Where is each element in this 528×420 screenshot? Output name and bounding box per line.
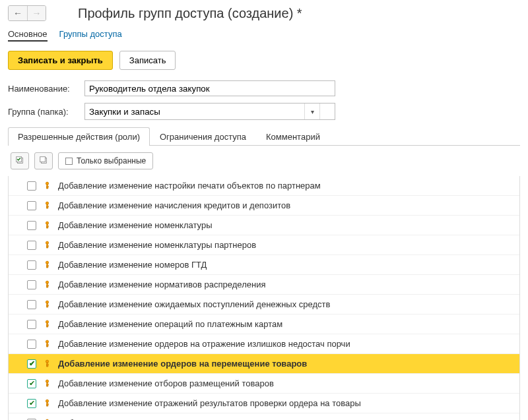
svg-rect-52 bbox=[47, 404, 49, 405]
tab-roles[interactable]: Разрешенные действия (роли) bbox=[8, 127, 150, 146]
role-checkbox[interactable] bbox=[27, 399, 36, 408]
svg-point-14 bbox=[46, 222, 48, 224]
svg-point-22 bbox=[46, 261, 48, 264]
svg-rect-24 bbox=[47, 266, 49, 266]
role-row[interactable]: Добавление изменение номенклатуры bbox=[9, 216, 519, 235]
svg-point-34 bbox=[46, 320, 48, 323]
uncheck-all-button[interactable] bbox=[34, 152, 53, 169]
group-select: ▾ bbox=[84, 103, 335, 120]
role-label: Добавление изменение ордеров на перемеще… bbox=[58, 359, 307, 369]
role-label: Добавление изменение настройки печати об… bbox=[58, 181, 321, 191]
svg-point-6 bbox=[46, 182, 48, 185]
svg-rect-20 bbox=[47, 246, 49, 247]
svg-rect-29 bbox=[47, 287, 48, 287]
group-label: Группа (папка): bbox=[8, 107, 79, 117]
role-label: Добавление изменение начисления кредитов… bbox=[58, 200, 290, 210]
subnav-access-groups[interactable]: Группы доступа bbox=[59, 28, 122, 42]
role-label: Добавление изменение номенклатуры партне… bbox=[58, 240, 256, 250]
key-icon bbox=[43, 241, 51, 249]
role-checkbox[interactable] bbox=[27, 260, 36, 270]
svg-point-42 bbox=[46, 360, 48, 363]
role-checkbox[interactable] bbox=[27, 340, 36, 349]
role-row[interactable]: Добавление изменение ордеров на перемеще… bbox=[9, 354, 519, 374]
role-row[interactable]: Добавление изменение отражений результат… bbox=[9, 394, 519, 413]
role-label: Добавление изменение операций по платежн… bbox=[58, 319, 282, 329]
svg-rect-8 bbox=[47, 187, 49, 187]
svg-rect-44 bbox=[47, 365, 49, 365]
tab-comment[interactable]: Комментарий bbox=[256, 127, 330, 146]
key-icon bbox=[43, 181, 51, 190]
role-row[interactable]: Добавление изменение ордеров на отражени… bbox=[9, 334, 519, 354]
key-icon bbox=[43, 280, 51, 289]
save-button[interactable]: Записать bbox=[119, 51, 176, 70]
page-title: Профиль групп доступа (создание) * bbox=[78, 6, 302, 21]
save-and-close-button[interactable]: Записать и закрыть bbox=[8, 51, 113, 70]
tab-restrictions[interactable]: Ограничения доступа bbox=[150, 127, 256, 146]
chevron-down-icon: ▾ bbox=[311, 108, 314, 115]
svg-point-38 bbox=[46, 340, 48, 343]
checkbox-icon bbox=[65, 158, 73, 165]
role-checkbox[interactable] bbox=[27, 280, 36, 289]
check-all-button[interactable] bbox=[11, 152, 29, 169]
key-icon bbox=[43, 359, 51, 368]
role-checkbox[interactable] bbox=[27, 359, 36, 369]
nav-buttons: ← → bbox=[8, 5, 46, 21]
nav-back-button[interactable]: ← bbox=[9, 6, 27, 20]
group-select-input[interactable] bbox=[85, 104, 304, 119]
subnav-main[interactable]: Основное bbox=[8, 28, 48, 42]
svg-point-18 bbox=[46, 241, 48, 244]
key-icon bbox=[43, 260, 51, 269]
key-icon bbox=[43, 399, 51, 407]
key-icon bbox=[43, 320, 51, 328]
role-row[interactable]: Добавление изменение настройки печати об… bbox=[9, 176, 519, 196]
svg-rect-45 bbox=[47, 366, 48, 367]
svg-rect-16 bbox=[47, 226, 49, 227]
svg-rect-48 bbox=[47, 384, 49, 385]
role-row[interactable]: Добавление изменение операций по платежн… bbox=[9, 315, 519, 334]
svg-rect-40 bbox=[47, 345, 49, 345]
role-row[interactable]: Добавление изменение отчетов ЕГАИС bbox=[9, 413, 519, 420]
role-label: Добавление изменение номеров ГТД bbox=[58, 260, 207, 270]
role-label: Добавление изменение ожидаемых поступлен… bbox=[58, 299, 330, 309]
role-row[interactable]: Добавление изменение ожидаемых поступлен… bbox=[9, 295, 519, 315]
nav-forward-button[interactable]: → bbox=[27, 6, 46, 20]
role-checkbox[interactable] bbox=[27, 320, 36, 329]
svg-rect-32 bbox=[47, 305, 49, 306]
role-checkbox[interactable] bbox=[27, 201, 36, 210]
only-selected-label: Только выбранные bbox=[77, 156, 146, 165]
role-checkbox[interactable] bbox=[27, 181, 36, 191]
svg-rect-37 bbox=[47, 326, 48, 327]
svg-rect-9 bbox=[47, 188, 48, 189]
dropdown-button[interactable]: ▾ bbox=[305, 104, 319, 119]
role-row[interactable]: Добавление изменение отборов размещений … bbox=[9, 374, 519, 394]
svg-rect-28 bbox=[47, 285, 49, 286]
role-checkbox[interactable] bbox=[27, 221, 36, 230]
svg-rect-49 bbox=[47, 386, 48, 386]
roles-list: Добавление изменение настройки печати об… bbox=[8, 176, 520, 420]
role-row[interactable]: Добавление изменение номеров ГТД bbox=[9, 255, 519, 275]
svg-rect-41 bbox=[47, 346, 48, 347]
role-label: Добавление изменение отборов размещений … bbox=[58, 378, 274, 388]
key-icon bbox=[43, 340, 51, 348]
name-input[interactable] bbox=[84, 80, 335, 96]
svg-point-30 bbox=[46, 301, 48, 303]
name-label: Наименование: bbox=[8, 84, 79, 94]
role-checkbox[interactable] bbox=[27, 300, 36, 309]
svg-rect-17 bbox=[47, 227, 48, 228]
key-icon bbox=[43, 221, 51, 229]
only-selected-toggle[interactable]: Только выбранные bbox=[58, 152, 153, 169]
role-checkbox[interactable] bbox=[27, 241, 36, 250]
svg-point-10 bbox=[46, 202, 48, 204]
role-row[interactable]: Добавление изменение нормативов распреде… bbox=[9, 275, 519, 295]
uncheck-all-icon bbox=[39, 156, 48, 167]
role-row[interactable]: Добавление изменение номенклатуры партне… bbox=[9, 235, 519, 255]
key-icon bbox=[43, 201, 51, 210]
key-icon bbox=[43, 379, 51, 388]
role-row[interactable]: Добавление изменение начисления кредитов… bbox=[9, 196, 519, 216]
svg-rect-12 bbox=[47, 206, 49, 207]
open-reference-button[interactable] bbox=[320, 104, 335, 119]
svg-rect-5 bbox=[40, 156, 46, 162]
role-label: Добавление изменение номенклатуры bbox=[58, 220, 213, 230]
svg-rect-21 bbox=[47, 247, 48, 248]
role-checkbox[interactable] bbox=[27, 379, 36, 388]
